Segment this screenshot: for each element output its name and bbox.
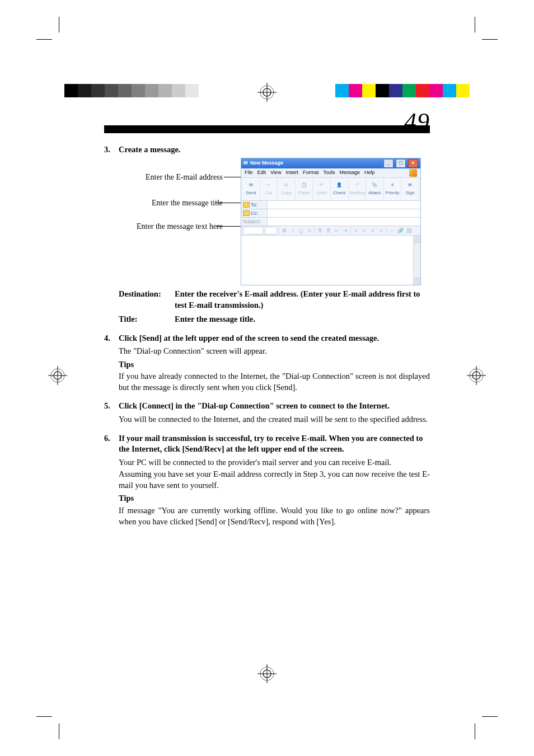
tool-attach[interactable]: 📎Attach [366,179,384,200]
list-button[interactable]: ≣ [317,227,324,234]
align-justify-button[interactable]: ≡ [378,227,385,234]
size-dropdown[interactable] [265,227,277,234]
tool-copy[interactable]: ⧉Copy [278,179,296,200]
cropmark-bottom-left [53,700,76,722]
swatch [172,84,185,97]
menu-format[interactable]: Format [303,169,319,176]
check-icon: 👤 [335,182,344,190]
swatch [335,84,349,97]
color-button[interactable]: A [306,227,313,234]
menu-file[interactable]: File [245,169,253,176]
link-button[interactable]: 🔗 [397,227,404,234]
subject-input[interactable] [268,218,420,225]
to-input[interactable] [268,201,420,208]
step6-tips-label: Tips [119,493,430,504]
message-body[interactable] [241,236,420,285]
menu-message[interactable]: Message [339,169,360,176]
tool-priority[interactable]: ‼Priority [384,179,402,200]
swatch [362,84,376,97]
align-center-button[interactable]: ≡ [361,227,368,234]
step6-tips-text: If message "You are currently working of… [119,505,430,527]
header-rule [104,125,430,133]
swatch [199,84,212,97]
swatch [389,84,402,97]
step3-title: Create a message. [119,144,430,156]
copy-icon: ⧉ [282,182,291,190]
close-button[interactable]: × [408,159,418,168]
indent-button[interactable]: ⇥ [342,227,349,234]
registration-mark-top [257,83,277,102]
new-message-window: ✉ New Message _ □ × File Edit View Inser… [241,158,421,285]
numlist-button[interactable]: ≣ [325,227,332,234]
step3-number: 3. [104,144,119,156]
menu-view[interactable]: View [270,169,281,176]
swatch [416,84,429,97]
picture-button[interactable]: 🖼 [405,227,412,234]
step5-title: Click [Connect] in the "Dial-up Connecti… [119,401,430,412]
window-titlebar[interactable]: ✉ New Message _ □ × [241,158,420,168]
cropmark-bottom-right [458,700,481,722]
step4-number: 4. [104,333,119,344]
swatch [429,84,443,97]
swatch [132,84,145,97]
hr-button[interactable]: — [388,227,395,234]
scrollbar[interactable] [413,236,420,285]
tool-sign[interactable]: ✉Sign [401,179,419,200]
step4-body: The "Dial-up Connection" screen will app… [119,346,430,357]
cropmark-top-right [458,34,481,56]
page-content: 3. Create a message. Enter the E-mail ad… [104,144,430,527]
scroll-down-button[interactable] [414,278,420,285]
menu-bar[interactable]: File Edit View Insert Format Tools Messa… [241,168,420,178]
attach-icon: 📎 [370,182,379,190]
format-bar[interactable]: B I U A ≣ ≣ ⇤ ⇥ ≡ ≡ ≡ ≡ — 🔗 [241,226,420,236]
spelling-icon: ᴬᴮ [353,182,362,190]
title-text: Enter the message title. [175,314,430,325]
menu-tools[interactable]: Tools [323,169,335,176]
align-left-button[interactable]: ≡ [353,227,359,234]
to-row: To: [241,201,420,209]
swatch [349,84,362,97]
subject-row: Subject: [241,218,420,226]
undo-icon: ↶ [317,182,326,190]
font-dropdown[interactable] [243,227,263,234]
app-logo-icon [409,169,417,177]
outdent-button[interactable]: ⇤ [334,227,340,234]
tool-spelling[interactable]: ᴬᴮSpelling [349,179,367,200]
tool-bar: ✉Send ✂Cut ⧉Copy 📋Paste ↶Undo 👤Check ᴬᴮS… [241,178,420,201]
page-number: 49 [404,110,430,134]
bold-button[interactable]: B [281,227,288,234]
annotation-column: Enter the E-mail address Enter the messa… [119,158,236,259]
minimize-button[interactable]: _ [383,159,394,168]
swatch [456,84,470,97]
menu-insert[interactable]: Insert [285,169,298,176]
swatch [158,84,172,97]
swatch [145,84,158,97]
step4-tips-text: If you have already connected to the Int… [119,371,430,393]
annotation-message-text: Enter the message text here [137,222,223,231]
tool-send[interactable]: ✉Send [242,179,260,200]
step4-tips-label: Tips [119,359,430,370]
registration-mark-left [48,366,67,385]
align-right-button[interactable]: ≡ [369,227,376,234]
menu-help[interactable]: Help [364,169,375,176]
swatch [443,84,456,97]
to-label[interactable]: To: [241,201,268,209]
menu-edit[interactable]: Edit [257,169,266,176]
maximize-button[interactable]: □ [396,159,406,168]
swatch [91,84,105,97]
title-label: Title: [119,314,175,325]
color-bar [335,84,470,97]
scroll-up-button[interactable] [414,236,420,243]
cc-label[interactable]: Cc: [241,209,268,217]
tool-cut[interactable]: ✂Cut [260,179,278,200]
cc-input[interactable] [268,209,420,217]
italic-button[interactable]: I [289,227,296,234]
destination-label: Destination: [119,289,175,311]
step5-body: You will be connected to the Internet, a… [119,414,430,425]
underline-button[interactable]: U [298,227,305,234]
step4-title: Click [Send] at the left upper end of th… [119,333,430,344]
window-icon: ✉ [243,159,248,166]
tool-undo[interactable]: ↶Undo [313,179,331,200]
tool-paste[interactable]: 📋Paste [296,179,313,200]
tool-check[interactable]: 👤Check [331,179,349,200]
